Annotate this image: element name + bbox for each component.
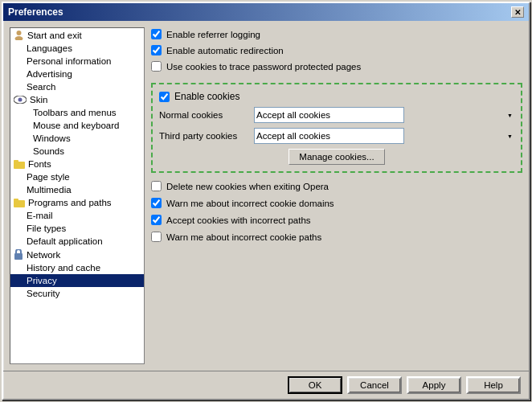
- svg-rect-8: [14, 253, 23, 260]
- top-checkboxes: Enable referrer logging Enable automatic…: [151, 27, 522, 73]
- sidebar-item-search[interactable]: Search: [10, 80, 144, 93]
- warn-domains-label[interactable]: Warn me about incorrect cookie domains: [166, 199, 334, 208]
- svg-rect-4: [14, 162, 25, 169]
- sidebar-label: History and cache: [27, 263, 100, 273]
- normal-cookies-select[interactable]: Accept all cookies Accept cookies from v…: [254, 107, 404, 123]
- sidebar-item-email[interactable]: E-mail: [10, 209, 144, 222]
- sidebar-label: Privacy: [27, 276, 57, 285]
- warn-domains-row: Warn me about incorrect cookie domains: [151, 196, 522, 210]
- sidebar-item-file-types[interactable]: File types: [10, 222, 144, 235]
- sidebar-item-default-app[interactable]: Default application: [10, 235, 144, 248]
- titlebar: Preferences ✕: [3, 3, 529, 21]
- svg-rect-5: [14, 160, 18, 162]
- enable-referrer-checkbox[interactable]: [151, 29, 162, 39]
- manage-cookies-button[interactable]: Manage cookies...: [289, 149, 385, 165]
- third-party-cookies-row: Third party cookies Accept all cookies A…: [159, 128, 514, 144]
- person-icon: [14, 30, 24, 40]
- footer: OK Cancel Apply Help: [3, 371, 529, 399]
- delete-cookies-checkbox[interactable]: [151, 181, 162, 191]
- svg-point-3: [18, 98, 23, 102]
- sidebar-item-toolbars[interactable]: Toolbars and menus: [10, 106, 144, 119]
- normal-cookies-select-wrapper: Accept all cookies Accept cookies from v…: [254, 107, 514, 123]
- enable-redirection-label[interactable]: Enable automatic redirection: [166, 46, 284, 55]
- enable-cookies-label[interactable]: Enable cookies: [174, 91, 239, 102]
- sidebar-label: Fonts: [28, 159, 51, 169]
- folder-icon: [14, 159, 25, 169]
- sidebar-item-mouse[interactable]: Mouse and keyboard: [10, 119, 144, 132]
- sidebar-label: Toolbars and menus: [33, 108, 117, 117]
- enable-redirection-checkbox[interactable]: [151, 45, 162, 55]
- sidebar-item-advertising[interactable]: Advertising: [10, 68, 144, 80]
- normal-cookies-row: Normal cookies Accept all cookies Accept…: [159, 107, 514, 123]
- ok-button[interactable]: OK: [288, 376, 342, 394]
- sidebar-item-history[interactable]: History and cache: [10, 261, 144, 274]
- sidebar-item-sounds[interactable]: Sounds: [10, 145, 144, 158]
- delete-cookies-label[interactable]: Delete new cookies when exiting Opera: [166, 182, 329, 191]
- sidebar-label: Security: [27, 289, 60, 298]
- warn-paths-label[interactable]: Warn me about incorrect cookie paths: [166, 232, 321, 242]
- main-panel: Enable referrer logging Enable automatic…: [151, 27, 522, 364]
- accept-incorrect-paths-row: Accept cookies with incorrect paths: [151, 213, 522, 227]
- lock-icon: [14, 249, 23, 260]
- window-title: Preferences: [8, 6, 63, 18]
- normal-cookies-label: Normal cookies: [159, 110, 248, 120]
- sidebar-label: File types: [27, 224, 66, 233]
- close-button[interactable]: ✕: [511, 6, 524, 18]
- sidebar-label: Search: [27, 82, 55, 92]
- sidebar-label: Programs and paths: [28, 198, 112, 207]
- bottom-checkboxes: Delete new cookies when exiting Opera Wa…: [151, 179, 522, 244]
- svg-rect-6: [14, 200, 25, 207]
- third-party-select[interactable]: Accept all cookies Accept cookies from v…: [254, 128, 404, 144]
- sidebar-label: Multimedia: [27, 185, 72, 195]
- warn-paths-row: Warn me about incorrect cookie paths: [151, 230, 522, 244]
- sidebar: Start and exit Languages Personal inform…: [10, 27, 145, 364]
- sidebar-item-multimedia[interactable]: Multimedia: [10, 183, 144, 196]
- eye-icon: [14, 96, 27, 104]
- sidebar-label: Advertising: [27, 69, 72, 79]
- preferences-window: Preferences ✕ Start and exit Languages P…: [2, 2, 530, 400]
- manage-cookies-wrapper: Manage cookies...: [159, 149, 514, 165]
- enable-referrer-label[interactable]: Enable referrer logging: [166, 30, 260, 39]
- sidebar-label: Start and exit: [27, 31, 82, 40]
- sidebar-label: Network: [27, 250, 60, 260]
- sidebar-label: Personal information: [27, 56, 111, 66]
- sidebar-label: Sounds: [33, 146, 64, 156]
- sidebar-item-start-exit[interactable]: Start and exit: [10, 28, 144, 42]
- sidebar-item-programs[interactable]: Programs and paths: [10, 196, 144, 209]
- content-area: Start and exit Languages Personal inform…: [3, 21, 529, 371]
- use-cookies-trace-label[interactable]: Use cookies to trace password protected …: [166, 62, 361, 72]
- enable-redirection-row: Enable automatic redirection: [151, 43, 522, 57]
- sidebar-item-personal-info[interactable]: Personal information: [10, 55, 144, 68]
- accept-incorrect-paths-label[interactable]: Accept cookies with incorrect paths: [166, 215, 311, 225]
- enable-cookies-checkbox[interactable]: [159, 92, 170, 102]
- delete-cookies-row: Delete new cookies when exiting Opera: [151, 179, 522, 193]
- sidebar-item-network[interactable]: Network: [10, 248, 144, 261]
- warn-domains-checkbox[interactable]: [151, 198, 162, 208]
- third-party-select-wrapper: Accept all cookies Accept cookies from v…: [254, 128, 514, 144]
- third-party-label: Third party cookies: [159, 131, 248, 141]
- sidebar-item-fonts[interactable]: Fonts: [10, 158, 144, 170]
- sidebar-item-skin[interactable]: Skin: [10, 93, 144, 106]
- use-cookies-trace-row: Use cookies to trace password protected …: [151, 59, 522, 73]
- sidebar-item-languages[interactable]: Languages: [10, 42, 144, 55]
- sidebar-label: Page style: [27, 172, 70, 182]
- sidebar-label: Mouse and keyboard: [33, 121, 119, 130]
- apply-button[interactable]: Apply: [407, 376, 461, 394]
- sidebar-label: Default application: [27, 236, 103, 246]
- svg-rect-7: [14, 199, 18, 201]
- sidebar-label: Skin: [30, 95, 47, 105]
- svg-point-1: [15, 36, 23, 40]
- sidebar-item-page-style[interactable]: Page style: [10, 170, 144, 183]
- cookies-box: Enable cookies Normal cookies Accept all…: [151, 83, 522, 173]
- accept-incorrect-paths-checkbox[interactable]: [151, 215, 162, 225]
- svg-point-0: [17, 31, 22, 35]
- warn-paths-checkbox[interactable]: [151, 232, 162, 242]
- help-button[interactable]: Help: [466, 376, 521, 394]
- enable-referrer-row: Enable referrer logging: [151, 27, 522, 41]
- sidebar-label: Languages: [27, 43, 72, 53]
- sidebar-item-windows[interactable]: Windows: [10, 132, 144, 145]
- sidebar-item-privacy[interactable]: Privacy: [10, 274, 144, 287]
- use-cookies-trace-checkbox[interactable]: [151, 61, 162, 72]
- cancel-button[interactable]: Cancel: [347, 376, 402, 394]
- sidebar-item-security[interactable]: Security: [10, 287, 144, 300]
